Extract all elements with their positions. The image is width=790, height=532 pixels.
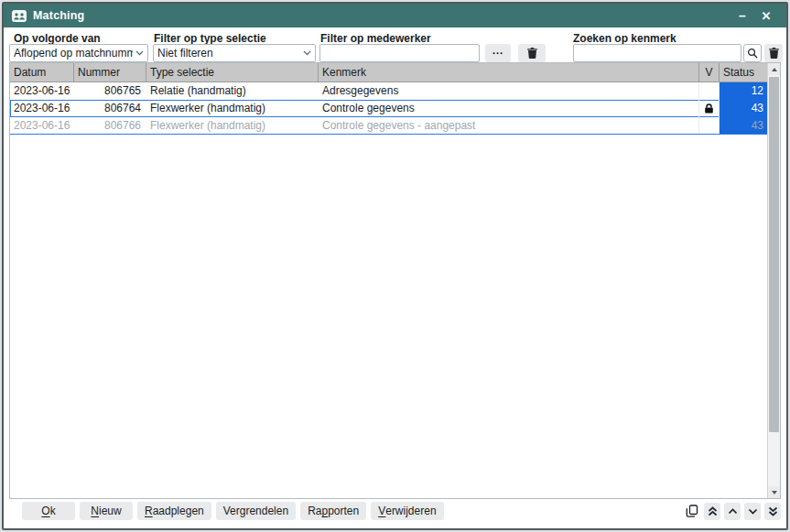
cell-status: 43 <box>720 100 767 117</box>
cell-type: Flexwerker (handmatig) <box>146 100 319 117</box>
order-select-value: Aflopend op matchnumm <box>14 47 133 60</box>
kenmerk-clear-button[interactable] <box>764 44 783 62</box>
verwijderen-button[interactable]: Verwijderen <box>371 502 443 520</box>
table-row[interactable]: 2023-06-16806765Relatie (handmatig)Adres… <box>10 82 767 100</box>
cell-datum: 2023-06-16 <box>10 117 74 134</box>
cell-type: Relatie (handmatig) <box>146 82 319 100</box>
type-filter-label: Filter op type selectie <box>154 32 266 45</box>
magnifier-icon <box>747 48 758 59</box>
scrollbar-up-arrow[interactable] <box>768 63 780 75</box>
chevron-down-icon <box>135 50 144 56</box>
cell-nummer: 806765 <box>74 82 146 100</box>
cell-nummer: 806764 <box>74 100 146 117</box>
table-body: 2023-06-16806765Relatie (handmatig)Adres… <box>10 82 767 135</box>
cell-v <box>699 100 720 117</box>
people-card-icon <box>12 10 27 22</box>
titlebar: Matching – ✕ <box>4 4 786 27</box>
scrollbar-down-arrow[interactable] <box>768 486 780 498</box>
trash-icon <box>769 48 779 59</box>
trash-icon <box>527 48 537 59</box>
double-chevron-down-icon[interactable] <box>764 503 781 520</box>
matching-table: Datum Nummer Type selectie Kenmerk V Sta… <box>9 62 781 499</box>
ellipsis-icon: ... <box>492 48 503 59</box>
cell-kenmerk: Controle gegevens <box>319 100 699 117</box>
lock-icon <box>704 103 714 114</box>
cell-datum: 2023-06-16 <box>10 82 74 100</box>
column-header-nummer[interactable]: Nummer <box>74 63 146 81</box>
chevron-down-icon[interactable] <box>744 503 761 520</box>
cell-v <box>699 82 720 100</box>
raadplegen-button[interactable]: Raadplegen <box>137 502 211 520</box>
matching-window: Matching – ✕ Op volgorde van Filter op t… <box>2 2 788 530</box>
order-select[interactable]: Aflopend op matchnumm <box>9 44 148 62</box>
nieuw-button[interactable]: Nieuw <box>80 502 133 520</box>
cell-kenmerk: Adresgegevens <box>319 82 699 100</box>
column-header-kenmerk[interactable]: Kenmerk <box>319 63 699 81</box>
cell-v <box>699 117 720 134</box>
cell-datum: 2023-06-16 <box>10 100 74 117</box>
column-header-datum[interactable]: Datum <box>10 63 74 81</box>
window-title: Matching <box>33 9 84 22</box>
type-filter-select[interactable]: Niet filteren <box>153 44 316 62</box>
column-header-status[interactable]: Status <box>720 63 767 81</box>
scrollbar-thumb[interactable] <box>769 77 779 432</box>
cell-status: 43 <box>720 117 767 134</box>
cell-nummer: 806766 <box>74 117 146 134</box>
vergrendelen-button[interactable]: Vergrendelen <box>216 502 296 520</box>
double-chevron-up-icon[interactable] <box>704 503 720 520</box>
kenmerk-search-button[interactable] <box>743 44 762 62</box>
medewerker-filter-input[interactable] <box>319 44 480 62</box>
column-header-v[interactable]: V <box>699 63 720 81</box>
order-label: Op volgorde van <box>14 32 101 45</box>
rapporten-button[interactable]: Rapporten <box>300 502 366 520</box>
kenmerk-search-label: Zoeken op kenmerk <box>573 32 676 45</box>
ok-button[interactable]: Ok <box>22 502 75 520</box>
cell-type: Flexwerker (handmatig) <box>146 117 319 134</box>
record-nav-row <box>684 502 781 520</box>
cell-status: 12 <box>720 82 767 100</box>
action-button-row: OkNieuwRaadplegenVergrendelenRapportenVe… <box>22 502 444 520</box>
cell-kenmerk: Controle gegevens - aangepast <box>319 117 699 134</box>
table-header: Datum Nummer Type selectie Kenmerk V Sta… <box>10 63 767 82</box>
medewerker-filter-label: Filter op medewerker <box>320 32 431 45</box>
kenmerk-search-input[interactable] <box>573 44 741 62</box>
close-button[interactable]: ✕ <box>754 5 778 26</box>
table-row[interactable]: 2023-06-16806764Flexwerker (handmatig)Co… <box>10 100 767 117</box>
column-header-type[interactable]: Type selectie <box>146 63 319 81</box>
copy-icon[interactable] <box>684 503 700 520</box>
chevron-up-icon[interactable] <box>724 503 741 520</box>
chevron-down-icon <box>303 50 311 56</box>
medewerker-browse-button[interactable]: ... <box>485 44 511 62</box>
table-scrollbar[interactable] <box>767 63 780 498</box>
triangle-down-icon <box>772 491 777 494</box>
minimize-button[interactable]: – <box>730 5 754 26</box>
type-filter-select-value: Niet filteren <box>157 47 300 60</box>
triangle-up-icon <box>772 68 777 71</box>
table-row[interactable]: 2023-06-16806766Flexwerker (handmatig)Co… <box>10 117 767 135</box>
medewerker-clear-button[interactable] <box>518 44 546 62</box>
